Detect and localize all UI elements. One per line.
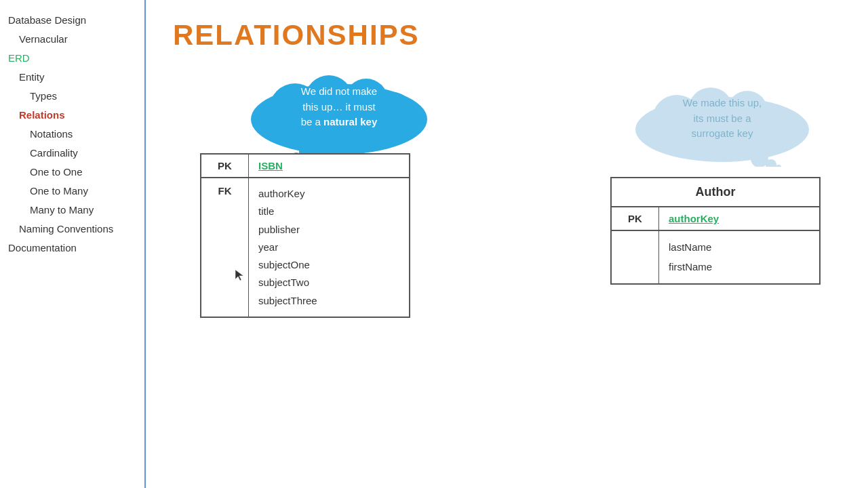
pk-label-left: PK: [201, 155, 249, 177]
page-title: RELATIONSHIPS: [173, 19, 841, 52]
body-pk-right: [612, 231, 659, 283]
pk-value-right: authorKey: [659, 207, 819, 230]
table-left-header: PK ISBN: [201, 155, 409, 178]
sidebar: Database DesignVernacularERDEntityTypesR…: [0, 0, 146, 488]
sidebar-item-vernacular[interactable]: Vernacular: [5, 30, 144, 49]
table-right-field: firstName: [669, 258, 810, 277]
table-left-field: year: [258, 239, 399, 256]
sidebar-item-relations[interactable]: Relations: [5, 106, 144, 125]
table-left-field: authorKey: [258, 185, 399, 203]
cloud-left-text: We did not make this up… it must be a na…: [261, 84, 417, 130]
table-left-fields: authorKeytitlepublisheryearsubjectOnesub…: [249, 178, 409, 317]
sidebar-item-types[interactable]: Types: [5, 87, 144, 106]
table-left-field: subjectThree: [258, 292, 399, 310]
table-right: Author PK authorKey lastNamefirstName: [610, 177, 821, 285]
cloud-right: We made this up, its must be a surrogate…: [624, 85, 821, 167]
sidebar-item-erd[interactable]: ERD: [5, 49, 144, 68]
content-area: We did not make this up… it must be a na…: [173, 72, 841, 451]
table-left-field: subjectTwo: [258, 274, 399, 291]
table-left-field: publisher: [258, 221, 399, 239]
table-right-body: lastNamefirstName: [612, 231, 819, 283]
pk-value-left: ISBN: [249, 155, 409, 177]
cloud-left: We did not make this up… it must be a na…: [241, 72, 437, 160]
fk-label-left: FK: [201, 178, 249, 317]
table-left-field: subjectOne: [258, 256, 399, 274]
table-right-header: PK authorKey: [612, 207, 819, 231]
main-content: RELATIONSHIPS We did not make this up… i…: [146, 0, 868, 488]
sidebar-item-one-to-many[interactable]: One to Many: [5, 182, 144, 201]
sidebar-item-naming-conventions[interactable]: Naming Conventions: [5, 220, 144, 239]
sidebar-item-one-to-one[interactable]: One to One: [5, 163, 144, 182]
table-left-body: FK authorKeytitlepublisheryearsubjectOne…: [201, 178, 409, 317]
sidebar-item-entity[interactable]: Entity: [5, 68, 144, 87]
table-right-fields: lastNamefirstName: [659, 231, 819, 283]
table-right-field: lastName: [669, 238, 810, 258]
sidebar-item-notations[interactable]: Notations: [5, 125, 144, 144]
sidebar-item-documentation[interactable]: Documentation: [5, 239, 144, 258]
table-right-title: Author: [612, 178, 819, 207]
sidebar-item-many-to-many[interactable]: Many to Many: [5, 201, 144, 220]
table-left: PK ISBN FK authorKeytitlepublisheryearsu…: [200, 153, 410, 318]
sidebar-item-database-design[interactable]: Database Design: [5, 11, 144, 30]
sidebar-item-cardinality[interactable]: Cardinality: [5, 144, 144, 163]
pk-label-right: PK: [612, 207, 659, 230]
cloud-right-text: We made this up, its must be a surrogate…: [637, 96, 807, 142]
table-left-field: title: [258, 203, 399, 220]
